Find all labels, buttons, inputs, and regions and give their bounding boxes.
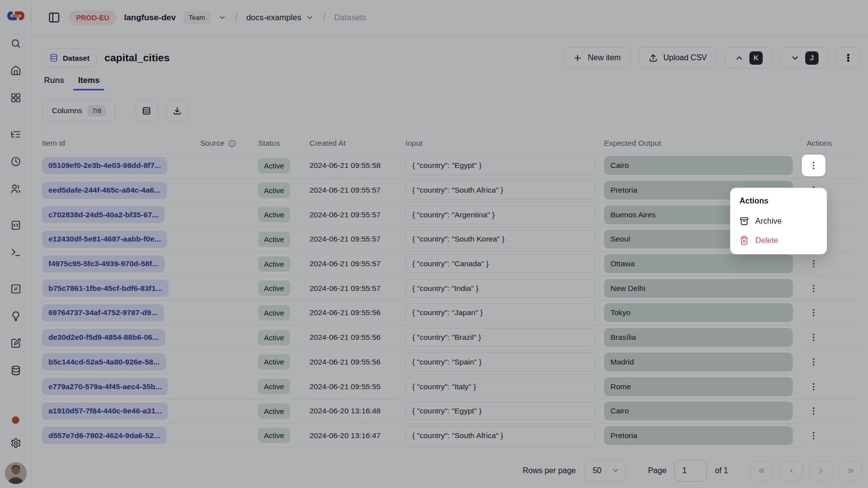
archive-icon	[739, 216, 749, 226]
menu-item-delete-label: Delete	[755, 236, 778, 245]
row-actions-button[interactable]	[802, 155, 825, 176]
menu-item-archive[interactable]: Archive	[735, 211, 823, 231]
menu-item-archive-label: Archive	[755, 217, 781, 226]
menu-title: Actions	[735, 192, 823, 211]
kebab-menu-icon	[809, 161, 819, 170]
trash-icon	[739, 236, 749, 245]
row-actions-menu: Actions Archive Delete	[730, 188, 827, 254]
menu-item-delete[interactable]: Delete	[735, 231, 823, 250]
